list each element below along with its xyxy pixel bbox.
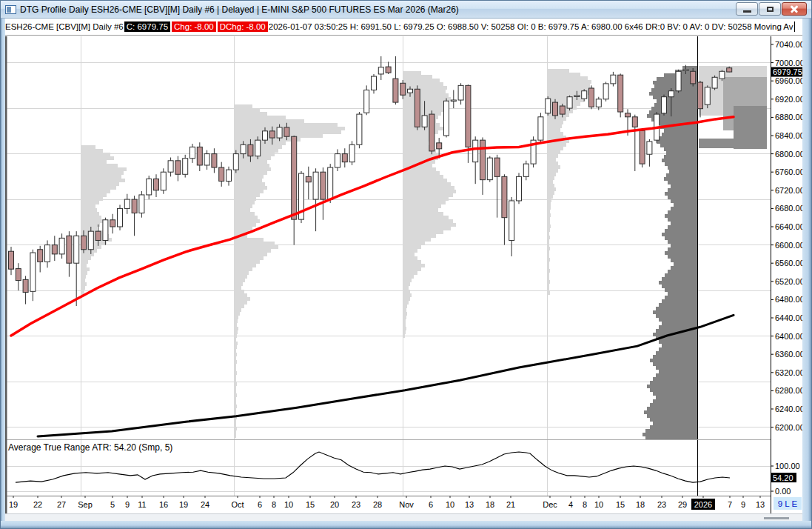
time-tick-label: 10 (594, 500, 603, 509)
candle-down (640, 130, 645, 164)
profile-row (403, 319, 406, 323)
time-tick-label: 8 (583, 500, 587, 509)
profile-row (403, 208, 438, 212)
profile-row (547, 180, 553, 184)
profile-row (547, 273, 549, 276)
candle-down (16, 269, 21, 281)
price-tick-label: 6680.00 (775, 204, 803, 213)
candle-down (429, 114, 434, 151)
price-axis[interactable]: 7040.007000.006960.006920.006880.006840.… (771, 36, 803, 513)
profile-row (81, 267, 90, 271)
candle-up (676, 71, 681, 90)
profile-row (671, 222, 697, 225)
price-tick-label: 6520.00 (775, 277, 803, 286)
profile-row (653, 355, 697, 359)
candle-down (480, 140, 486, 180)
profile-row (547, 73, 580, 76)
profile-row (81, 271, 87, 275)
profile-row (665, 192, 697, 196)
profile-row (403, 297, 410, 301)
candle-up (611, 75, 616, 84)
close-button[interactable] (782, 2, 807, 16)
atr-label: Average True Range ATR: 54.20 (Smp, 5) (8, 442, 172, 453)
time-tick-label: 10 (446, 500, 454, 509)
profile-row (234, 401, 236, 405)
chart-area: Average True Range ATR: 54.20 (Smp, 5)70… (1, 36, 803, 513)
profile-row (664, 155, 697, 159)
profile-row (234, 112, 267, 116)
candle-down (437, 143, 442, 149)
profile-row (234, 327, 238, 330)
profile-row (234, 367, 236, 371)
profile-row (682, 66, 697, 70)
candle-down (23, 279, 28, 292)
profile-row (664, 147, 697, 151)
candle-up (190, 147, 195, 158)
candle-up (241, 144, 246, 153)
time-tick-label: 24 (201, 500, 209, 509)
profile-row (81, 260, 88, 264)
profile-row (234, 267, 252, 271)
time-tick-label: 4 (568, 500, 573, 509)
candle-down (321, 172, 326, 199)
profile-row (547, 169, 558, 173)
profile-row (81, 286, 85, 290)
time-tick-label: 9 (125, 500, 130, 509)
profile-row (547, 84, 590, 87)
profile-row (403, 82, 443, 86)
profile-row (81, 253, 94, 256)
profile-row (650, 388, 697, 392)
profile-row (234, 349, 236, 353)
candle-up (74, 236, 79, 263)
restore-button[interactable] (759, 2, 781, 16)
chart-link-buttons[interactable]: 9 L E (774, 497, 802, 510)
profile-row (234, 164, 269, 167)
profile-row (547, 195, 553, 199)
profile-row (81, 219, 103, 223)
candle-down (154, 179, 159, 190)
price-tick-label: 6760.00 (775, 167, 803, 176)
profile-row (234, 271, 249, 275)
time-tick-label: 11 (138, 500, 146, 509)
time-tick-label: 7 (728, 500, 732, 509)
profile-row (547, 247, 550, 250)
profile-row (81, 256, 91, 260)
price-tick-label: 6600.00 (775, 241, 803, 250)
price-chart[interactable]: Average True Range ATR: 54.20 (Smp, 5)70… (1, 36, 803, 513)
candle-up (378, 67, 383, 74)
profile-row (234, 167, 271, 171)
candle-down (95, 231, 101, 240)
price-tick-label: 6240.00 (775, 405, 803, 413)
profile-row (668, 225, 697, 229)
profile-row (81, 279, 85, 282)
profile-row (234, 204, 252, 208)
profile-row (668, 166, 697, 170)
time-tick-label: 22 (33, 500, 42, 509)
year-badge-text: 2026 (694, 500, 712, 509)
profile-row (547, 76, 588, 80)
profile-row (403, 138, 431, 142)
profile-row (403, 275, 414, 279)
profile-row (645, 429, 697, 433)
profile-row (403, 197, 449, 201)
candle-up (59, 238, 64, 254)
time-tick-label: 18 (486, 500, 494, 509)
profile-row (668, 188, 697, 192)
candle-down (292, 136, 297, 219)
minimize-button[interactable] (736, 2, 758, 16)
title-bar[interactable]: DTG Profile Daily ESH26-CME [CBV][M] Dai… (1, 1, 811, 19)
profile-row (403, 108, 446, 112)
candle-up (233, 154, 238, 170)
profile-row (547, 150, 560, 154)
window-border-right[interactable] (802, 19, 811, 528)
price-tick-label: 6920.00 (775, 95, 803, 104)
resize-handle[interactable] (764, 517, 789, 519)
candle-up (204, 154, 209, 165)
profile-row (403, 271, 417, 275)
profile-row (81, 275, 86, 279)
profile-row (547, 173, 556, 176)
candle-up (567, 97, 572, 108)
profile-row (403, 186, 454, 190)
profile-row (547, 69, 569, 73)
profile-row (547, 187, 556, 191)
